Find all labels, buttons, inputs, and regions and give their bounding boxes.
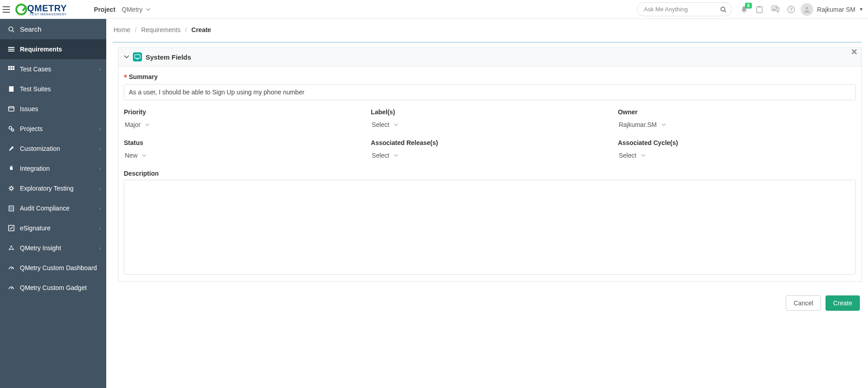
logo[interactable]: QMETRY TEST MANAGEMENT: [14, 3, 67, 16]
sidebar-item-integration[interactable]: Integration ›: [0, 159, 106, 178]
sidebar-item-label: Projects: [20, 125, 43, 132]
owner-dropdown[interactable]: Rajkumar.SM: [618, 118, 667, 131]
associated-releases-dropdown[interactable]: Select: [371, 149, 399, 162]
help-icon[interactable]: ?: [787, 5, 795, 14]
chevron-right-icon: ›: [99, 186, 101, 191]
svg-point-7: [9, 27, 13, 31]
status-dropdown[interactable]: New: [124, 149, 147, 162]
svg-rect-30: [135, 55, 140, 58]
notification-bell-icon[interactable]: 6: [740, 5, 748, 14]
create-button[interactable]: Create: [826, 295, 860, 311]
form-body: * Summary Priority Major Label(s): [118, 66, 861, 281]
svg-rect-12: [10, 66, 12, 68]
logo-subtext: TEST MANAGEMENT: [28, 13, 67, 16]
sidebar-item-custom-dashboard[interactable]: QMetry Custom Dashboard: [0, 258, 106, 278]
section-header-system-fields: System Fields: [118, 48, 861, 66]
svg-rect-11: [8, 66, 10, 68]
sidebar-item-qmetry-insight[interactable]: QMetry Insight ›: [0, 238, 106, 258]
close-icon[interactable]: ✕: [851, 47, 858, 57]
sidebar-item-customization[interactable]: Customization ›: [0, 139, 106, 159]
svg-rect-21: [10, 167, 13, 170]
caret-down-icon: ▼: [859, 7, 863, 12]
divider-bar: [113, 42, 862, 43]
description-label: Description: [124, 170, 856, 177]
user-name: Rajkumar SM: [817, 6, 855, 13]
sidebar-item-label: QMetry Insight: [20, 244, 61, 252]
labels-dropdown[interactable]: Select: [371, 118, 399, 131]
breadcrumb-sep: /: [185, 26, 187, 33]
wrench-icon: [7, 145, 15, 152]
breadcrumb-sep: /: [135, 26, 137, 33]
svg-rect-13: [13, 66, 14, 68]
cancel-button[interactable]: Cancel: [786, 295, 821, 311]
svg-point-19: [9, 126, 12, 129]
collapse-icon[interactable]: [124, 55, 129, 59]
description-textarea[interactable]: [124, 180, 856, 275]
form-actions: Cancel Create: [113, 295, 862, 311]
sidebar-item-custom-gadget[interactable]: QMetry Custom Gadget: [0, 278, 106, 298]
sidebar-item-label: Customization: [20, 145, 60, 152]
form-panel: ✕ System Fields * Summary: [118, 47, 862, 282]
document-icon: [7, 86, 15, 92]
project-dropdown[interactable]: QMetry: [122, 6, 151, 13]
project-selector: Project QMetry: [94, 6, 151, 13]
user-menu[interactable]: Rajkumar SM ▼: [801, 3, 863, 16]
priority-label: Priority: [124, 108, 362, 116]
section-title: System Fields: [146, 53, 191, 61]
hamburger-menu-icon[interactable]: [1, 4, 12, 15]
sidebar-search-label: Search: [20, 25, 42, 33]
sidebar-item-issues[interactable]: Issues: [0, 99, 106, 119]
gauge-icon: [7, 265, 15, 271]
summary-label: * Summary: [124, 72, 856, 81]
associated-cycles-label: Associated Cycle(s): [618, 139, 856, 146]
plug-icon: [7, 165, 15, 172]
logo-text: QMETRY: [27, 3, 67, 14]
svg-rect-3: [758, 6, 761, 7]
associated-cycles-dropdown[interactable]: Select: [618, 149, 646, 162]
chat-icon[interactable]: [771, 5, 780, 14]
chevron-down-icon: [145, 123, 150, 126]
chevron-down-icon: [394, 123, 398, 126]
sidebar-item-esignature[interactable]: eSignature ›: [0, 218, 106, 238]
checkbox-icon: [7, 225, 15, 231]
clipboard-icon[interactable]: [755, 5, 764, 14]
sidebar-item-label: QMetry Custom Dashboard: [20, 264, 97, 271]
sidebar-item-exploratory-testing[interactable]: Exploratory Testing ›: [0, 178, 106, 198]
sidebar-item-test-suites[interactable]: Test Suites: [0, 79, 106, 99]
sidebar-item-requirements[interactable]: Requirements: [0, 39, 106, 59]
top-icons: 6 ?: [740, 5, 795, 14]
svg-rect-16: [13, 68, 14, 70]
sidebar-item-label: Audit Compliance: [20, 205, 70, 212]
svg-rect-25: [9, 206, 14, 211]
main-content: Home / Requirements / Create ✕ System Fi…: [106, 19, 868, 388]
monitor-icon: [133, 52, 142, 61]
sidebar-item-projects[interactable]: Projects ›: [0, 119, 106, 139]
required-star-icon: *: [124, 73, 127, 83]
svg-rect-9: [8, 49, 14, 50]
gear-icon: [7, 185, 15, 192]
svg-rect-17: [9, 86, 14, 92]
associated-releases-label: Associated Release(s): [371, 139, 609, 146]
breadcrumb-home[interactable]: Home: [113, 26, 130, 33]
page-icon: [7, 106, 15, 112]
sidebar-item-label: QMetry Custom Gadget: [20, 284, 87, 291]
sidebar-search[interactable]: Search: [0, 19, 106, 39]
sidebar-item-label: Test Cases: [20, 65, 51, 73]
search-input[interactable]: [637, 2, 732, 16]
search-icon[interactable]: [720, 6, 726, 13]
chevron-right-icon: ›: [99, 146, 101, 151]
chevron-down-icon: [394, 154, 398, 157]
status-label: Status: [124, 139, 362, 146]
svg-rect-2: [757, 7, 762, 13]
priority-dropdown[interactable]: Major: [124, 118, 151, 131]
summary-input[interactable]: [124, 84, 856, 100]
sidebar-item-audit-compliance[interactable]: Audit Compliance ›: [0, 198, 106, 218]
breadcrumb-requirements[interactable]: Requirements: [141, 26, 180, 33]
sidebar-item-test-cases[interactable]: Test Cases ›: [0, 59, 106, 79]
svg-point-20: [12, 129, 14, 131]
svg-rect-18: [9, 107, 14, 111]
gears-icon: [7, 126, 15, 132]
chevron-down-icon: [146, 8, 151, 11]
svg-rect-8: [8, 47, 14, 48]
svg-rect-15: [10, 68, 12, 70]
